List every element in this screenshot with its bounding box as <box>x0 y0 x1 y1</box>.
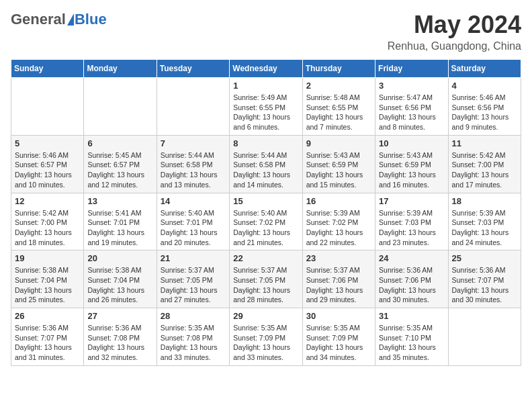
day-number: 1 <box>233 81 298 91</box>
page-header: General Blue May 2024 Renhua, Guangdong,… <box>11 11 521 52</box>
logo-triangle-icon <box>67 13 74 26</box>
calendar-week-row: 26Sunrise: 5:36 AM Sunset: 7:07 PM Dayli… <box>11 308 521 366</box>
calendar-cell <box>11 78 84 136</box>
header-tuesday: Tuesday <box>157 60 229 78</box>
calendar-week-row: 1Sunrise: 5:49 AM Sunset: 6:55 PM Daylig… <box>11 78 521 136</box>
day-number: 13 <box>87 196 152 206</box>
calendar-cell: 23Sunrise: 5:37 AM Sunset: 7:06 PM Dayli… <box>302 250 375 308</box>
day-info: Sunrise: 5:36 AM Sunset: 7:06 PM Dayligh… <box>379 265 444 305</box>
calendar-cell: 27Sunrise: 5:36 AM Sunset: 7:08 PM Dayli… <box>84 308 157 366</box>
day-info: Sunrise: 5:37 AM Sunset: 7:05 PM Dayligh… <box>161 265 226 305</box>
day-info: Sunrise: 5:38 AM Sunset: 7:04 PM Dayligh… <box>15 265 80 305</box>
calendar-cell <box>84 78 157 136</box>
calendar-cell: 22Sunrise: 5:37 AM Sunset: 7:05 PM Dayli… <box>230 250 302 308</box>
day-info: Sunrise: 5:43 AM Sunset: 6:59 PM Dayligh… <box>306 150 371 190</box>
calendar-week-row: 12Sunrise: 5:42 AM Sunset: 7:00 PM Dayli… <box>11 193 521 250</box>
calendar-cell: 8Sunrise: 5:44 AM Sunset: 6:58 PM Daylig… <box>230 135 302 193</box>
day-info: Sunrise: 5:36 AM Sunset: 7:08 PM Dayligh… <box>87 323 152 363</box>
calendar-cell: 9Sunrise: 5:43 AM Sunset: 6:59 PM Daylig… <box>302 135 375 193</box>
day-number: 6 <box>87 138 152 148</box>
day-number: 14 <box>161 196 226 206</box>
calendar-cell: 10Sunrise: 5:43 AM Sunset: 6:59 PM Dayli… <box>375 135 448 193</box>
day-number: 26 <box>15 311 80 321</box>
calendar-cell <box>157 78 229 136</box>
day-number: 15 <box>233 196 298 206</box>
day-info: Sunrise: 5:49 AM Sunset: 6:55 PM Dayligh… <box>233 93 298 132</box>
calendar-cell: 30Sunrise: 5:35 AM Sunset: 7:09 PM Dayli… <box>302 308 375 366</box>
day-info: Sunrise: 5:44 AM Sunset: 6:58 PM Dayligh… <box>233 150 298 190</box>
day-number: 22 <box>233 253 298 263</box>
location: Renhua, Guangdong, China <box>388 40 521 52</box>
day-info: Sunrise: 5:38 AM Sunset: 7:04 PM Dayligh… <box>87 265 152 305</box>
calendar-cell: 17Sunrise: 5:39 AM Sunset: 7:03 PM Dayli… <box>375 193 448 250</box>
day-number: 21 <box>161 253 226 263</box>
calendar-cell: 11Sunrise: 5:42 AM Sunset: 7:00 PM Dayli… <box>448 135 521 193</box>
day-number: 2 <box>306 81 371 91</box>
header-wednesday: Wednesday <box>230 60 302 78</box>
day-number: 7 <box>161 138 226 148</box>
header-monday: Monday <box>84 60 157 78</box>
calendar-cell: 14Sunrise: 5:40 AM Sunset: 7:01 PM Dayli… <box>157 193 229 250</box>
calendar-cell: 26Sunrise: 5:36 AM Sunset: 7:07 PM Dayli… <box>11 308 84 366</box>
day-number: 24 <box>379 253 444 263</box>
day-info: Sunrise: 5:37 AM Sunset: 7:05 PM Dayligh… <box>233 265 298 305</box>
calendar-cell: 16Sunrise: 5:39 AM Sunset: 7:02 PM Dayli… <box>302 193 375 250</box>
logo: General Blue <box>11 11 107 28</box>
calendar-cell: 29Sunrise: 5:35 AM Sunset: 7:09 PM Dayli… <box>230 308 302 366</box>
calendar-cell: 19Sunrise: 5:38 AM Sunset: 7:04 PM Dayli… <box>11 250 84 308</box>
day-number: 27 <box>87 311 152 321</box>
day-info: Sunrise: 5:39 AM Sunset: 7:03 PM Dayligh… <box>379 208 444 248</box>
logo-general: General <box>11 11 66 28</box>
day-info: Sunrise: 5:37 AM Sunset: 7:06 PM Dayligh… <box>306 265 371 305</box>
calendar-cell: 28Sunrise: 5:35 AM Sunset: 7:08 PM Dayli… <box>157 308 229 366</box>
calendar-cell: 7Sunrise: 5:44 AM Sunset: 6:58 PM Daylig… <box>157 135 229 193</box>
calendar-cell: 2Sunrise: 5:48 AM Sunset: 6:55 PM Daylig… <box>302 78 375 136</box>
title-block: May 2024 Renhua, Guangdong, China <box>388 11 521 52</box>
day-number: 12 <box>15 196 80 206</box>
weekday-header-row: Sunday Monday Tuesday Wednesday Thursday… <box>11 60 521 78</box>
day-info: Sunrise: 5:35 AM Sunset: 7:10 PM Dayligh… <box>379 323 444 363</box>
calendar-cell: 4Sunrise: 5:46 AM Sunset: 6:56 PM Daylig… <box>448 78 521 136</box>
day-info: Sunrise: 5:40 AM Sunset: 7:02 PM Dayligh… <box>233 208 298 248</box>
calendar-cell: 31Sunrise: 5:35 AM Sunset: 7:10 PM Dayli… <box>375 308 448 366</box>
day-info: Sunrise: 5:48 AM Sunset: 6:55 PM Dayligh… <box>306 93 371 132</box>
day-info: Sunrise: 5:36 AM Sunset: 7:07 PM Dayligh… <box>15 323 80 363</box>
day-number: 9 <box>306 138 371 148</box>
day-info: Sunrise: 5:35 AM Sunset: 7:08 PM Dayligh… <box>161 323 226 363</box>
day-number: 4 <box>452 81 517 91</box>
calendar-cell: 15Sunrise: 5:40 AM Sunset: 7:02 PM Dayli… <box>230 193 302 250</box>
calendar-cell: 5Sunrise: 5:46 AM Sunset: 6:57 PM Daylig… <box>11 135 84 193</box>
month-title: May 2024 <box>388 11 521 39</box>
calendar-cell: 25Sunrise: 5:36 AM Sunset: 7:07 PM Dayli… <box>448 250 521 308</box>
calendar-cell: 12Sunrise: 5:42 AM Sunset: 7:00 PM Dayli… <box>11 193 84 250</box>
day-number: 10 <box>379 138 444 148</box>
day-info: Sunrise: 5:40 AM Sunset: 7:01 PM Dayligh… <box>161 208 226 248</box>
day-info: Sunrise: 5:35 AM Sunset: 7:09 PM Dayligh… <box>233 323 298 363</box>
day-info: Sunrise: 5:43 AM Sunset: 6:59 PM Dayligh… <box>379 150 444 190</box>
day-number: 19 <box>15 253 80 263</box>
logo-blue: Blue <box>75 11 107 28</box>
day-info: Sunrise: 5:46 AM Sunset: 6:56 PM Dayligh… <box>452 93 517 132</box>
day-number: 28 <box>161 311 226 321</box>
header-saturday: Saturday <box>448 60 521 78</box>
day-number: 18 <box>452 196 517 206</box>
day-number: 3 <box>379 81 444 91</box>
day-info: Sunrise: 5:36 AM Sunset: 7:07 PM Dayligh… <box>452 265 517 305</box>
calendar-cell: 3Sunrise: 5:47 AM Sunset: 6:56 PM Daylig… <box>375 78 448 136</box>
day-info: Sunrise: 5:39 AM Sunset: 7:02 PM Dayligh… <box>306 208 371 248</box>
header-thursday: Thursday <box>302 60 375 78</box>
calendar-week-row: 19Sunrise: 5:38 AM Sunset: 7:04 PM Dayli… <box>11 250 521 308</box>
calendar-cell: 1Sunrise: 5:49 AM Sunset: 6:55 PM Daylig… <box>230 78 302 136</box>
day-info: Sunrise: 5:35 AM Sunset: 7:09 PM Dayligh… <box>306 323 371 363</box>
calendar-cell <box>448 308 521 366</box>
day-number: 31 <box>379 311 444 321</box>
day-info: Sunrise: 5:47 AM Sunset: 6:56 PM Dayligh… <box>379 93 444 132</box>
day-info: Sunrise: 5:41 AM Sunset: 7:01 PM Dayligh… <box>87 208 152 248</box>
day-number: 20 <box>87 253 152 263</box>
calendar-header: Sunday Monday Tuesday Wednesday Thursday… <box>11 60 521 78</box>
day-number: 25 <box>452 253 517 263</box>
day-number: 17 <box>379 196 444 206</box>
day-number: 16 <box>306 196 371 206</box>
calendar-cell: 18Sunrise: 5:39 AM Sunset: 7:03 PM Dayli… <box>448 193 521 250</box>
day-info: Sunrise: 5:42 AM Sunset: 7:00 PM Dayligh… <box>452 150 517 190</box>
